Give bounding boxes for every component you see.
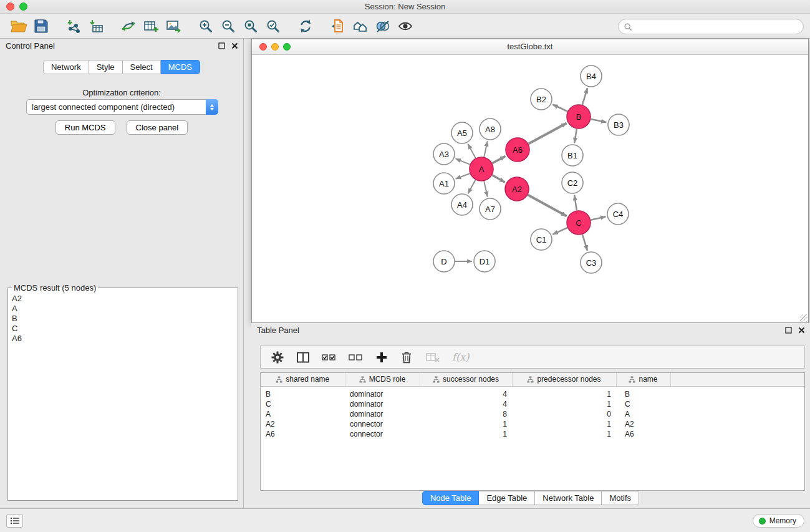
node-table-container[interactable]: shared nameMCDS rolesuccessor nodesprede…	[260, 372, 805, 491]
close-panel-button[interactable]: Close panel	[127, 120, 188, 135]
graph-node-A4[interactable]: A4	[451, 194, 473, 215]
zoom-out-button[interactable]	[217, 16, 239, 36]
mcds-result-item[interactable]: A	[11, 304, 235, 314]
close-panel-icon[interactable]	[231, 42, 238, 49]
graph-node-B4[interactable]: B4	[581, 65, 602, 87]
network-overview-button[interactable]	[349, 16, 372, 36]
dropdown-stepper-icon[interactable]	[206, 99, 218, 115]
graph-node-A8[interactable]: A8	[480, 118, 501, 140]
graph-node-A[interactable]: A	[470, 157, 493, 181]
close-panel-icon[interactable]	[798, 327, 805, 334]
mcds-result-item[interactable]: C	[11, 324, 235, 334]
column-header-MCDS-role[interactable]: MCDS role	[345, 373, 420, 386]
graph-node-D1[interactable]: D1	[474, 251, 495, 272]
export-image-button[interactable]	[162, 16, 185, 36]
graph-node-D[interactable]: D	[433, 251, 455, 272]
search-input[interactable]	[635, 21, 803, 33]
graph-node-A3[interactable]: A3	[433, 143, 455, 165]
graph-edge-A-A7[interactable]	[484, 181, 487, 197]
show-columns-button[interactable]	[296, 351, 310, 364]
graph-edge-C-C4[interactable]	[591, 216, 606, 220]
task-history-button[interactable]	[6, 514, 23, 528]
tab-edge-table[interactable]: Edge Table	[479, 491, 535, 505]
table-row[interactable]: A6connector11A6	[261, 429, 804, 439]
tab-select[interactable]: Select	[123, 60, 161, 74]
graph-edge-A-A8[interactable]	[484, 142, 487, 157]
graph-node-C4[interactable]: C4	[607, 203, 629, 225]
search-field[interactable]	[618, 19, 804, 34]
graph-node-A5[interactable]: A5	[451, 122, 473, 143]
graph-edge-C-C2[interactable]	[574, 195, 577, 210]
network-close-button[interactable]	[259, 43, 267, 51]
table-row[interactable]: A2connector11A2	[261, 419, 804, 429]
graph-edge-A-A1[interactable]	[456, 173, 470, 179]
column-header-name[interactable]: name	[616, 373, 670, 386]
table-settings-button[interactable]	[271, 351, 284, 364]
table-row[interactable]: Bdominator41B	[261, 386, 804, 399]
graph-node-C1[interactable]: C1	[531, 229, 552, 250]
graph-node-A6[interactable]: A6	[506, 138, 529, 162]
zoom-selected-button[interactable]	[262, 16, 284, 36]
mcds-result-item[interactable]: B	[11, 314, 235, 324]
save-session-button[interactable]	[30, 16, 52, 36]
show-graphics-details-button[interactable]	[394, 16, 417, 36]
graph-node-C[interactable]: C	[567, 211, 591, 235]
zoom-window-button[interactable]	[19, 2, 27, 11]
tab-mcds[interactable]: MCDS	[161, 60, 200, 74]
graph-edge-B-B4[interactable]	[582, 88, 587, 105]
mcds-result-item[interactable]: A2	[11, 294, 235, 304]
delete-column-button[interactable]	[400, 351, 413, 364]
graph-node-C2[interactable]: C2	[562, 172, 583, 193]
graph-edge-A-A2[interactable]	[492, 175, 504, 182]
network-minimize-button[interactable]	[271, 43, 279, 51]
graph-edge-A-A6[interactable]	[493, 156, 506, 163]
table-row[interactable]: Cdominator41C	[261, 399, 804, 409]
graph-edge-B-B1[interactable]	[574, 129, 577, 143]
graph-node-A2[interactable]: A2	[505, 177, 529, 201]
tab-motifs[interactable]: Motifs	[602, 491, 639, 505]
new-table-button[interactable]	[140, 16, 162, 36]
deselect-all-button[interactable]	[349, 352, 364, 362]
memory-button[interactable]: Memory	[753, 514, 804, 528]
graph-edge-A2-C[interactable]	[528, 195, 567, 216]
zoom-fit-button[interactable]	[239, 16, 262, 36]
import-network-button[interactable]	[62, 16, 85, 36]
tab-node-table[interactable]: Node Table	[422, 491, 480, 505]
table-row[interactable]: Adominator80A	[261, 409, 804, 419]
run-mcds-button[interactable]: Run MCDS	[55, 120, 115, 135]
float-panel-icon[interactable]	[218, 42, 225, 49]
annotation-button[interactable]	[372, 16, 394, 36]
zoom-in-button[interactable]	[195, 16, 217, 36]
network-canvas[interactable]: B4B2BB3A5A8A6A3B1AA1A2C2A4A7C4CC1C3DD1	[252, 55, 808, 322]
delete-table-button[interactable]	[425, 351, 440, 364]
open-session-button[interactable]	[7, 16, 30, 36]
graph-node-B[interactable]: B	[567, 105, 591, 128]
network-zoom-button[interactable]	[283, 43, 291, 51]
graph-edge-A-A5[interactable]	[468, 144, 475, 158]
mcds-result-item[interactable]: A6	[11, 334, 235, 344]
column-header-successor-nodes[interactable]: successor nodes	[420, 373, 512, 386]
select-all-button[interactable]	[322, 352, 337, 362]
column-header-predecessor-nodes[interactable]: predecessor nodes	[512, 373, 616, 386]
graph-node-B3[interactable]: B3	[608, 114, 629, 135]
graph-node-A1[interactable]: A1	[433, 173, 455, 194]
graph-edge-B-B3[interactable]	[591, 119, 607, 122]
graph-node-B2[interactable]: B2	[531, 89, 552, 110]
graph-edge-B-B2[interactable]	[552, 105, 567, 112]
column-header-shared-name[interactable]: shared name	[261, 373, 345, 386]
graph-node-C3[interactable]: C3	[581, 252, 602, 273]
tab-style[interactable]: Style	[89, 60, 123, 74]
graph-node-B1[interactable]: B1	[562, 145, 583, 166]
graph-edge-C-C1[interactable]	[552, 228, 567, 235]
function-builder-button[interactable]: f(x)	[452, 351, 469, 363]
float-panel-icon[interactable]	[785, 327, 792, 334]
clone-network-button[interactable]	[117, 16, 140, 36]
tab-network-table[interactable]: Network Table	[535, 491, 602, 505]
document-import-button[interactable]	[327, 16, 349, 36]
tab-network[interactable]: Network	[43, 60, 89, 74]
apply-layout-button[interactable]	[294, 16, 317, 36]
network-window-titlebar[interactable]: testGlobe.txt	[252, 39, 808, 55]
window-resize-grip[interactable]	[800, 314, 808, 322]
graph-edge-C-C3[interactable]	[582, 235, 587, 251]
network-graph[interactable]: B4B2BB3A5A8A6A3B1AA1A2C2A4A7C4CC1C3DD1	[252, 55, 808, 322]
